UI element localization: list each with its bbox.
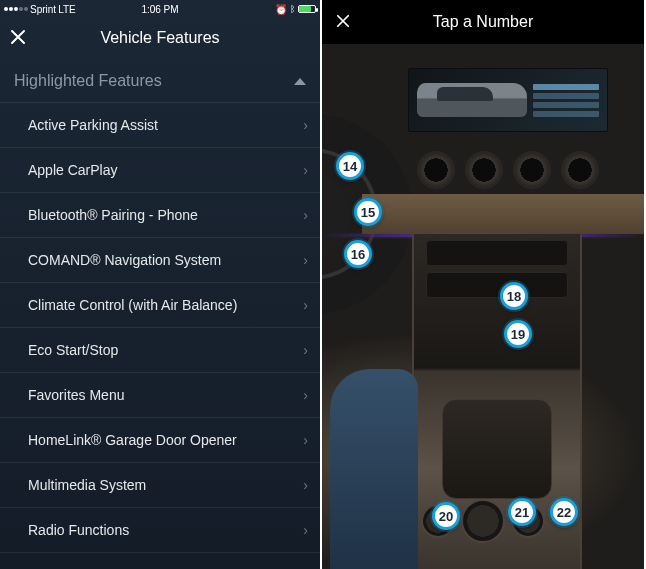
feature-item-apple-carplay[interactable]: Apple CarPlay › [0, 148, 320, 193]
hotspot-19[interactable]: 19 [504, 320, 532, 348]
close-button[interactable] [336, 13, 350, 31]
hotspot-22[interactable]: 22 [550, 498, 578, 526]
feature-item-homelink[interactable]: HomeLink® Garage Door Opener › [0, 418, 320, 463]
feature-item-comand-navigation[interactable]: COMAND® Navigation System › [0, 238, 320, 283]
page-title: Vehicle Features [100, 29, 219, 47]
feature-item-climate-control[interactable]: Climate Control (with Air Balance) › [0, 283, 320, 328]
hotspot-number: 20 [439, 509, 453, 524]
hotspot-number: 22 [557, 505, 571, 520]
close-button[interactable] [10, 28, 26, 48]
chevron-right-icon: › [303, 522, 308, 538]
feature-label: Active Parking Assist [28, 117, 158, 133]
feature-label: Eco Start/Stop [28, 342, 118, 358]
network-label: LTE [58, 4, 76, 15]
hotspot-14[interactable]: 14 [336, 152, 364, 180]
feature-label: COMAND® Navigation System [28, 252, 221, 268]
bluetooth-icon: ᛒ [290, 4, 295, 14]
clock: 1:06 PM [141, 4, 178, 15]
close-icon [10, 29, 26, 45]
signal-strength-icon [4, 7, 28, 11]
screen-vehicle-features: Sprint LTE 1:06 PM ⏰ ᛒ Vehicle Features … [0, 0, 322, 569]
hotspot-16[interactable]: 16 [344, 240, 372, 268]
chevron-right-icon: › [303, 342, 308, 358]
vehicle-illustration [417, 83, 527, 117]
status-left: Sprint LTE [4, 4, 76, 15]
chevron-right-icon: › [303, 207, 308, 223]
nav-bar: Tap a Number [322, 0, 644, 44]
air-vents [382, 150, 634, 190]
hotspot-15[interactable]: 15 [354, 198, 382, 226]
carrier-label: Sprint [30, 4, 56, 15]
hotspot-18[interactable]: 18 [500, 282, 528, 310]
chevron-right-icon: › [303, 432, 308, 448]
chevron-right-icon: › [303, 162, 308, 178]
status-bar: Sprint LTE 1:06 PM ⏰ ᛒ [0, 0, 320, 18]
touchpad [442, 399, 552, 499]
wood-trim [362, 194, 644, 234]
page-title: Tap a Number [433, 13, 534, 31]
chevron-right-icon: › [303, 117, 308, 133]
ar-camera-view[interactable]: 1415161819202122 [322, 44, 644, 569]
chevron-right-icon: › [303, 387, 308, 403]
dashboard-display [408, 68, 608, 132]
hotspot-number: 18 [507, 289, 521, 304]
close-icon [336, 14, 350, 28]
control-knobs [393, 491, 573, 551]
status-right: ⏰ ᛒ [275, 4, 316, 15]
hotspot-number: 16 [351, 247, 365, 262]
feature-label: Climate Control (with Air Balance) [28, 297, 237, 313]
chevron-right-icon: › [303, 252, 308, 268]
feature-label: Apple CarPlay [28, 162, 118, 178]
feature-item-eco-start-stop[interactable]: Eco Start/Stop › [0, 328, 320, 373]
feature-label: Multimedia System [28, 477, 146, 493]
nav-bar: Vehicle Features [0, 18, 320, 58]
hotspot-number: 21 [515, 505, 529, 520]
alarm-icon: ⏰ [275, 4, 287, 15]
feature-item-bluetooth-pairing[interactable]: Bluetooth® Pairing - Phone › [0, 193, 320, 238]
feature-item-multimedia[interactable]: Multimedia System › [0, 463, 320, 508]
feature-label: Radio Functions [28, 522, 129, 538]
hotspot-21[interactable]: 21 [508, 498, 536, 526]
hotspot-number: 15 [361, 205, 375, 220]
screen-ar-tap-number: Tap a Number 1415161819202122 [322, 0, 644, 569]
feature-label: HomeLink® Garage Door Opener [28, 432, 237, 448]
feature-item-active-parking-assist[interactable]: Active Parking Assist › [0, 103, 320, 148]
feature-item-favorites-menu[interactable]: Favorites Menu › [0, 373, 320, 418]
feature-label: Favorites Menu [28, 387, 124, 403]
chevron-right-icon: › [303, 477, 308, 493]
dashboard-menu [533, 84, 599, 117]
feature-label: Bluetooth® Pairing - Phone [28, 207, 198, 223]
hotspot-number: 14 [343, 159, 357, 174]
hotspot-20[interactable]: 20 [432, 502, 460, 530]
section-header-highlighted[interactable]: Highlighted Features [0, 58, 320, 103]
collapse-caret-icon [294, 78, 306, 85]
section-header-label: Highlighted Features [14, 72, 162, 90]
feature-list: Active Parking Assist › Apple CarPlay › … [0, 103, 320, 553]
hotspot-number: 19 [511, 327, 525, 342]
chevron-right-icon: › [303, 297, 308, 313]
battery-icon [298, 5, 316, 13]
feature-item-radio[interactable]: Radio Functions › [0, 508, 320, 553]
